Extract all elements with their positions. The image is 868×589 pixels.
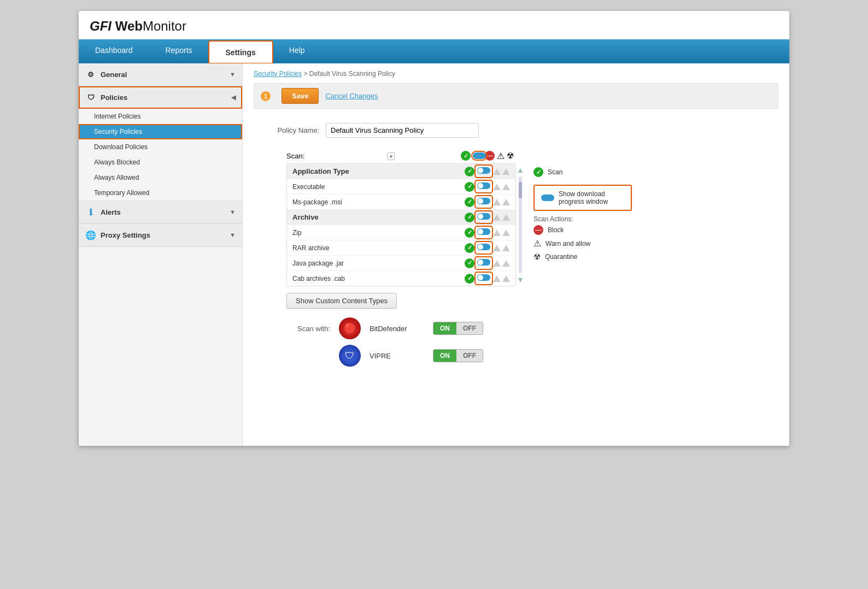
toggle-btn-cab[interactable]	[477, 274, 490, 281]
scan-check-cab[interactable]: ✓	[465, 274, 474, 284]
scroll-bar[interactable]: ▲ ▼	[516, 163, 525, 286]
nav-settings[interactable]: Settings	[209, 41, 273, 63]
action-bar: 1 Save Cancel Changes	[254, 83, 778, 109]
scan-row-app-type: Application Type ✓	[287, 164, 515, 179]
scan-area: Scan: + ✓ — ⚠ ☢	[254, 151, 778, 286]
scan-row-name-app-type: Application Type	[292, 167, 465, 175]
breadcrumb: Security Policies > Default Virus Scanni…	[254, 70, 778, 78]
scroll-thumb[interactable]	[519, 182, 522, 198]
sidebar-item-security-policies[interactable]: Security Policies	[79, 124, 242, 139]
chevron-down-icon-alerts: ▼	[230, 209, 236, 215]
toggle-btn-rar[interactable]	[477, 244, 490, 250]
bitdefender-on[interactable]: ON	[433, 322, 456, 334]
scan-row-icons-zip: ✓	[465, 227, 510, 238]
block-triangle-cab	[493, 275, 501, 282]
sidebar-section-general: ⚙ General ▼	[79, 63, 242, 86]
sidebar-item-policies[interactable]: 🛡 Policies ◀	[79, 86, 242, 109]
legend-warn-icon: ⚠	[533, 238, 541, 249]
scan-check[interactable]: ✓	[465, 167, 474, 176]
chevron-left-icon: ◀	[231, 94, 236, 101]
scan-icon-green: ✓	[461, 151, 471, 161]
scan-row-name-msi: Ms-package .msi	[292, 198, 465, 206]
sidebar-item-always-blocked[interactable]: Always Blocked	[79, 155, 242, 170]
scroll-down-arrow[interactable]: ▼	[517, 275, 524, 284]
alert-icon: ℹ	[85, 207, 96, 217]
scan-row-name-archive: Archive	[292, 213, 465, 221]
gear-icon: ⚙	[85, 69, 96, 80]
bitdefender-name: BitDefender	[370, 325, 424, 333]
sidebar-policies-label: Policies	[101, 93, 127, 102]
scan-check-msi[interactable]: ✓	[465, 197, 474, 207]
sidebar-item-alerts[interactable]: ℹ Alerts ▼	[79, 201, 242, 223]
scan-check-jar[interactable]: ✓	[465, 258, 474, 268]
show-custom-content-button[interactable]: Show Custom Content Types	[286, 293, 397, 309]
scroll-track[interactable]	[519, 176, 522, 273]
sidebar-proxy-label: Proxy Settings	[101, 231, 150, 239]
warn-triangle-zip	[502, 229, 510, 236]
nav-reports[interactable]: Reports	[149, 39, 209, 63]
vipre-on[interactable]: ON	[433, 350, 456, 362]
scan-check-zip[interactable]: ✓	[465, 228, 474, 238]
toggle-btn-zip[interactable]	[477, 228, 490, 235]
legend-actions: Scan Actions: — Block ⚠ Warn and allow ☢…	[533, 215, 632, 262]
change-badge: 1	[261, 91, 271, 101]
nav-help[interactable]: Help	[273, 39, 321, 63]
sidebar-item-download-policies[interactable]: Download Policies	[79, 139, 242, 155]
breadcrumb-separator: >	[303, 70, 309, 78]
logo-web: Web	[115, 19, 143, 33]
quarantine-icon-header: ☢	[507, 151, 514, 161]
chevron-down-icon-proxy: ▼	[230, 232, 236, 238]
legend-download-box: Show download progress window	[533, 185, 632, 211]
expand-icon[interactable]: +	[387, 152, 395, 160]
sidebar-item-internet-policies[interactable]: Internet Policies	[79, 109, 242, 124]
block-triangle-archive	[493, 214, 501, 221]
cancel-changes-link[interactable]: Cancel Changes	[325, 92, 378, 100]
sidebar-item-temporary-allowed[interactable]: Temporary Allowed	[79, 185, 242, 201]
nav-dashboard[interactable]: Dashboard	[79, 39, 149, 63]
sidebar-item-general[interactable]: ⚙ General ▼	[79, 63, 242, 86]
block-triangle-rar	[493, 245, 501, 251]
chevron-down-icon: ▼	[230, 71, 236, 78]
policy-name-row: Policy Name:	[254, 123, 778, 138]
block-triangle-jar	[493, 260, 501, 267]
scan-row-icons-executable: ✓	[465, 181, 510, 192]
scan-with-row-bitdefender: Scan with: 🔴 BitDefender ON OFF	[286, 317, 778, 339]
scan-check-executable[interactable]: ✓	[465, 182, 474, 192]
breadcrumb-parent[interactable]: Security Policies	[254, 70, 302, 78]
vipre-icon: 🛡	[339, 345, 361, 367]
sidebar-item-proxy[interactable]: 🌐 Proxy Settings ▼	[79, 224, 242, 246]
vipre-toggle[interactable]: ON OFF	[433, 349, 483, 362]
scan-row-rar: RAR archive ✓	[287, 240, 515, 256]
scan-check-archive[interactable]: ✓	[465, 213, 474, 222]
logo-gfi: GFI	[90, 19, 112, 33]
scan-row-icons-archive: ✓	[465, 212, 510, 222]
sidebar-alerts-label: Alerts	[101, 208, 121, 216]
scroll-up-arrow[interactable]: ▲	[517, 166, 524, 174]
proxy-icon: 🌐	[85, 229, 96, 240]
sidebar-section-alerts: ℹ Alerts ▼	[79, 201, 242, 224]
app-header: GFI WebMonitor	[79, 11, 789, 39]
bitdefender-off[interactable]: OFF	[456, 322, 483, 334]
scan-check-rar[interactable]: ✓	[465, 243, 474, 253]
scan-row-archive: Archive ✓	[287, 210, 515, 225]
toggle-btn-jar[interactable]	[477, 259, 490, 266]
policy-name-input[interactable]	[326, 123, 479, 138]
toggle-btn-msi[interactable]	[477, 198, 490, 204]
legend-actions-title: Scan Actions:	[533, 215, 632, 223]
toggle-col-outlined	[476, 166, 491, 176]
legend-quarantine-label: Quarantine	[545, 253, 577, 261]
toggle-btn-executable[interactable]	[477, 182, 490, 189]
vipre-off[interactable]: OFF	[456, 350, 483, 362]
scan-row-icons-app-type: ✓	[465, 166, 510, 176]
legend-download: Show download progress window	[541, 190, 624, 205]
scan-label-row: Scan: + ✓ — ⚠ ☢	[286, 151, 525, 161]
save-button[interactable]: Save	[281, 88, 319, 104]
toggle-btn-archive[interactable]	[477, 213, 490, 220]
scan-row-name-executable: Executable	[292, 183, 465, 191]
bitdefender-toggle[interactable]: ON OFF	[433, 322, 483, 335]
toggle-btn-app-type[interactable]	[477, 167, 490, 174]
scan-row-executable: Executable ✓	[287, 179, 515, 195]
legend-scan-label: Scan	[548, 168, 562, 176]
sidebar-item-always-allowed[interactable]: Always Allowed	[79, 170, 242, 185]
scan-row-msi: Ms-package .msi ✓	[287, 195, 515, 210]
